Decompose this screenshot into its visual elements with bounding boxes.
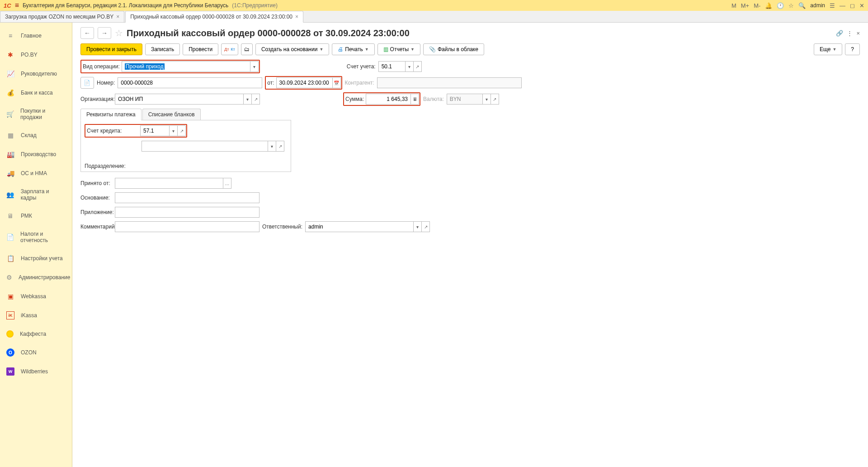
responsible-input[interactable] — [305, 221, 414, 232]
sidebar-item-kaffesta[interactable]: Каффеста — [0, 325, 72, 343]
more-button[interactable]: Еще ▼ — [814, 43, 842, 55]
attachment-input[interactable] — [115, 207, 259, 218]
structure-button[interactable]: 🗂 — [241, 43, 253, 55]
dropdown-button[interactable]: ▾ — [483, 94, 491, 105]
tab-bar: Загрузка продаж OZON по месяцам PO.BY × … — [0, 11, 868, 23]
m-plus-button[interactable]: M+ — [741, 2, 749, 9]
logo-1c: 1C — [4, 2, 11, 9]
user-name[interactable]: admin — [810, 2, 825, 9]
restore-icon[interactable]: ◻ — [850, 2, 855, 9]
dropdown-button[interactable]: ▾ — [244, 94, 252, 105]
more-icon[interactable]: ⋮ — [847, 30, 853, 37]
post-close-button[interactable]: Провести и закрыть — [80, 43, 142, 55]
tab-payment-details[interactable]: Реквизиты платежа — [80, 109, 142, 120]
open-button[interactable]: ↗ — [491, 94, 499, 105]
chart-icon: 📈 — [6, 70, 14, 78]
sidebar-item-poby[interactable]: ✱ PO.BY — [0, 45, 72, 64]
ozon-icon: O — [6, 348, 14, 357]
sidebar-item-warehouse[interactable]: ▦ Склад — [0, 126, 72, 145]
sidebar-item-manager[interactable]: 📈 Руководителю — [0, 64, 72, 83]
tab-content: Счет кредита: ▾ ↗ ▾ ↗ Подразделение: — [80, 120, 291, 172]
sidebar-item-bank[interactable]: 💰 Банк и касса — [0, 83, 72, 102]
sidebar-item-main[interactable]: ≡ Главное — [0, 26, 72, 45]
dt-kt-button[interactable]: ДтКт — [221, 43, 238, 55]
favorite-icon[interactable]: ☆ — [115, 28, 123, 38]
subconto-input[interactable] — [142, 141, 268, 152]
tab-cash-order[interactable]: Приходный кассовый ордер 0000-000028 от … — [125, 11, 303, 23]
operation-type-input[interactable]: Прочий приход — [122, 61, 250, 72]
tab-blank-writeoff[interactable]: Списание бланков — [142, 109, 201, 120]
open-button[interactable]: ↗ — [422, 221, 430, 232]
sidebar-label: Главное — [21, 33, 42, 39]
sidebar-item-rmk[interactable]: 🖥 РМК — [0, 206, 72, 225]
calculator-button[interactable]: 🖩 — [411, 94, 419, 105]
sidebar-label: Каффеста — [20, 331, 46, 337]
minimize-icon[interactable]: — — [840, 2, 845, 9]
counterparty-label: Контрагент: — [345, 80, 374, 86]
chevron-down-icon: ▼ — [832, 47, 836, 52]
received-from-input[interactable] — [115, 178, 223, 189]
print-button[interactable]: 🖨 Печать ▼ — [332, 43, 374, 55]
sidebar-item-admin[interactable]: ⚙ Администрирование — [0, 268, 72, 287]
close-icon[interactable]: × — [116, 14, 119, 20]
dropdown-button[interactable]: ▾ — [414, 221, 422, 232]
help-button[interactable]: ? — [845, 43, 860, 55]
org-input[interactable] — [115, 94, 244, 105]
number-input[interactable] — [118, 77, 262, 88]
menu-icon[interactable]: ≡ — [15, 1, 19, 10]
dropdown-button[interactable]: ▾ — [170, 125, 178, 136]
sidebar-item-ozon[interactable]: O OZON — [0, 343, 72, 362]
inner-tabs: Реквизиты платежа Списание бланков — [80, 109, 291, 120]
calendar-button[interactable]: 📅 — [333, 77, 341, 88]
sidebar-item-wildberries[interactable]: W Wildberries — [0, 362, 72, 381]
credit-account-input[interactable] — [140, 125, 170, 136]
open-button[interactable]: ↗ — [252, 94, 260, 105]
star-icon-header[interactable]: ☆ — [788, 2, 794, 9]
open-button[interactable]: ↗ — [178, 125, 186, 136]
document-icon: 📄 — [84, 80, 90, 86]
history-icon[interactable]: 🕐 — [777, 2, 784, 9]
sidebar-item-ikassa[interactable]: iK iKassa — [0, 306, 72, 325]
create-based-button[interactable]: Создать на основании ▼ — [255, 43, 329, 55]
dropdown-button[interactable]: ▾ — [250, 61, 259, 72]
sidebar-item-production[interactable]: 🏭 Производство — [0, 145, 72, 164]
post-button[interactable]: Провести — [183, 43, 218, 55]
sidebar-label: Зарплата и кадры — [21, 188, 66, 201]
open-button[interactable]: ↗ — [414, 61, 422, 72]
ellipsis-button[interactable]: … — [223, 178, 231, 189]
sidebar-item-sales[interactable]: 🛒 Покупки и продажи — [0, 102, 72, 126]
sidebar-label: Налоги и отчетность — [20, 231, 66, 243]
m-minus-button[interactable]: M- — [754, 2, 760, 9]
sidebar-item-webkassa[interactable]: ▣ Webkassa — [0, 287, 72, 306]
open-button[interactable]: ↗ — [276, 141, 284, 152]
settings-icon[interactable]: ☰ — [830, 2, 835, 9]
bell-icon[interactable]: 🔔 — [765, 2, 772, 9]
reports-button[interactable]: ▥ Отчеты ▼ — [377, 43, 420, 55]
sidebar-item-settings[interactable]: 📋 Настройки учета — [0, 249, 72, 268]
truck-icon: 🚚 — [6, 169, 14, 177]
files-button[interactable]: 📎 Файлы в облаке — [423, 43, 484, 55]
date-input[interactable] — [276, 77, 333, 88]
save-button[interactable]: Записать — [145, 43, 180, 55]
page-title: Приходный кассовый ордер 0000-000028 от … — [127, 28, 410, 38]
back-button[interactable]: ← — [80, 27, 94, 39]
dropdown-button[interactable]: ▾ — [406, 61, 414, 72]
link-icon[interactable]: 🔗 — [836, 30, 843, 37]
close-window-icon[interactable]: ✕ — [859, 2, 864, 9]
forward-button[interactable]: → — [98, 27, 111, 39]
comment-input[interactable] — [115, 221, 259, 232]
search-icon[interactable]: 🔍 — [798, 2, 806, 9]
sidebar-item-taxes[interactable]: 📄 Налоги и отчетность — [0, 225, 72, 249]
close-page-icon[interactable]: × — [856, 30, 860, 37]
basis-input[interactable] — [115, 192, 259, 203]
content-area: ← → ☆ Приходный кассовый ордер 0000-0000… — [72, 23, 868, 467]
tab-ozon-load[interactable]: Загрузка продаж OZON по месяцам PO.BY × — [0, 11, 124, 22]
new-number-button[interactable]: 📄 — [80, 77, 94, 89]
dropdown-button[interactable]: ▾ — [268, 141, 276, 152]
account-input[interactable] — [378, 61, 406, 72]
sidebar-item-assets[interactable]: 🚚 ОС и НМА — [0, 164, 72, 183]
amount-input[interactable] — [366, 94, 411, 105]
sidebar-item-salary[interactable]: 👥 Зарплата и кадры — [0, 183, 72, 206]
m-button[interactable]: M — [731, 2, 736, 9]
close-icon[interactable]: × — [295, 14, 298, 20]
